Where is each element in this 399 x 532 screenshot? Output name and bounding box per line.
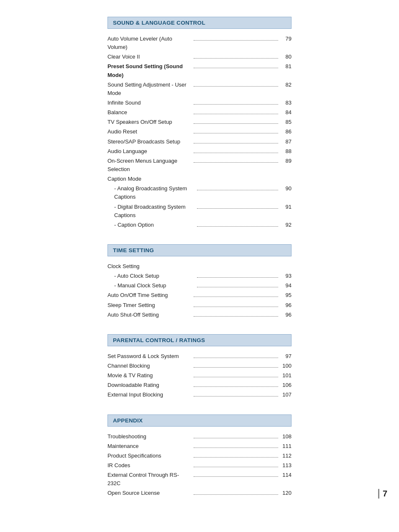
toc-item: Troubleshooting108 xyxy=(107,432,292,441)
toc-item: - Caption Option92 xyxy=(107,221,292,229)
toc-label: Stereo/SAP Broadcasts Setup xyxy=(107,138,192,146)
toc-dots xyxy=(194,476,278,477)
toc-pagenum: 106 xyxy=(280,381,292,389)
toc-dots xyxy=(194,114,278,114)
toc-label: Auto Volume Leveler (Auto Volume) xyxy=(107,35,192,51)
toc-pagenum: 83 xyxy=(280,99,292,107)
toc-label: Set Password & Lock System xyxy=(107,352,192,361)
toc-pagenum: 94 xyxy=(280,281,292,290)
section-appendix: APPENDIXTroubleshooting108Maintenance111… xyxy=(107,414,292,498)
toc-label: Caption Mode xyxy=(107,175,292,183)
toc-dots xyxy=(194,494,278,495)
toc-pagenum: 96 xyxy=(280,301,292,309)
toc-dots xyxy=(194,104,278,105)
toc-label: Sleep Timer Setting xyxy=(107,301,192,309)
toc-pagenum: 86 xyxy=(280,128,292,136)
toc-dots xyxy=(194,386,278,387)
toc-label: Audio Reset xyxy=(107,128,192,136)
toc-pagenum: 112 xyxy=(280,452,292,460)
toc-pagenum: 90 xyxy=(280,184,292,193)
toc-item: - Auto Clock Setup93 xyxy=(107,272,292,280)
section-title-time-setting: TIME SETTING xyxy=(113,247,286,253)
toc-pagenum: 108 xyxy=(280,432,292,441)
toc-dots xyxy=(197,277,278,278)
toc-pagenum: 80 xyxy=(280,53,292,61)
toc-dots xyxy=(194,316,278,317)
toc-dots xyxy=(194,457,278,458)
toc-pagenum: 113 xyxy=(280,461,292,470)
toc-pagenum: 120 xyxy=(280,489,292,497)
toc-dots xyxy=(194,438,278,438)
toc-item: Auto Volume Leveler (Auto Volume)79 xyxy=(107,35,292,51)
toc-dots xyxy=(197,190,278,190)
toc-item: External Control Through RS-232C114 xyxy=(107,471,292,488)
page-container: SOUND & LANGUAGE CONTROLAuto Volume Leve… xyxy=(82,0,317,529)
toc-label: External Control Through RS-232C xyxy=(107,471,192,488)
toc-pagenum: 79 xyxy=(280,35,292,43)
toc-item: Auto On/Off Time Setting95 xyxy=(107,291,292,299)
section-title-sound-language: SOUND & LANGUAGE CONTROL xyxy=(113,20,286,26)
section-title-appendix: APPENDIX xyxy=(113,417,286,424)
toc-pagenum: 88 xyxy=(280,147,292,156)
toc-dots xyxy=(194,448,278,448)
toc-pagenum: 82 xyxy=(280,81,292,89)
section-header-appendix: APPENDIX xyxy=(107,414,292,427)
toc-label: Audio Language xyxy=(107,147,192,156)
toc-pagenum: 93 xyxy=(280,272,292,280)
toc-item: Audio Language88 xyxy=(107,147,292,156)
toc-item: Sound Setting Adjustment - User Mode82 xyxy=(107,81,292,97)
toc-dots xyxy=(194,162,278,163)
toc-dots xyxy=(194,40,278,41)
section-header-time-setting: TIME SETTING xyxy=(107,244,292,256)
toc-label: Troubleshooting xyxy=(107,432,192,441)
toc-item: Auto Shut-Off Setting96 xyxy=(107,311,292,319)
toc-label: On-Screen Menus Language Selection xyxy=(107,157,192,174)
toc-label: Clear Voice II xyxy=(107,53,192,61)
toc-item: Preset Sound Setting (Sound Mode)81 xyxy=(107,62,292,79)
toc-item: - Digital Broadcasting System Captions91 xyxy=(107,203,292,220)
toc-dots xyxy=(194,396,278,396)
toc-label: Movie & TV Rating xyxy=(107,371,192,380)
toc-item: Movie & TV Rating101 xyxy=(107,371,292,380)
toc-item: Downloadable Rating106 xyxy=(107,381,292,389)
toc-label: Product Specifications xyxy=(107,452,192,460)
toc-item: Sleep Timer Setting96 xyxy=(107,301,292,309)
toc-dots xyxy=(194,377,278,377)
toc-item: Stereo/SAP Broadcasts Setup87 xyxy=(107,138,292,146)
section-time-setting: TIME SETTINGClock Setting- Auto Clock Se… xyxy=(107,244,292,319)
page-number: 7 xyxy=(378,489,387,499)
toc-label: - Auto Clock Setup xyxy=(114,272,195,280)
toc-pagenum: 89 xyxy=(280,157,292,165)
toc-item: - Analog Broadcasting System Captions90 xyxy=(107,184,292,201)
toc-item: Balance84 xyxy=(107,108,292,117)
toc-label: Auto Shut-Off Setting xyxy=(107,311,192,319)
toc-dots xyxy=(197,208,278,209)
toc-label: - Manual Clock Setup xyxy=(114,281,195,290)
section-header-sound-language: SOUND & LANGUAGE CONTROL xyxy=(107,17,292,29)
toc-label: Channel Blocking xyxy=(107,362,192,370)
toc-item: Product Specifications112 xyxy=(107,452,292,460)
toc-label: Downloadable Rating xyxy=(107,381,192,389)
toc-dots xyxy=(194,367,278,368)
toc-item: Clock Setting xyxy=(107,262,292,271)
toc-label: - Caption Option xyxy=(114,221,195,229)
toc-item: - Manual Clock Setup94 xyxy=(107,281,292,290)
toc-dots xyxy=(194,68,278,68)
toc-item: On-Screen Menus Language Selection89 xyxy=(107,157,292,174)
toc-dots xyxy=(194,133,278,133)
toc-pagenum: 84 xyxy=(280,108,292,117)
toc-item: Infinite Sound83 xyxy=(107,99,292,107)
toc-pagenum: 101 xyxy=(280,371,292,380)
toc-item: Audio Reset86 xyxy=(107,128,292,136)
toc-label: IR Codes xyxy=(107,461,192,470)
toc-pagenum: 81 xyxy=(280,62,292,71)
section-sound-language: SOUND & LANGUAGE CONTROLAuto Volume Leve… xyxy=(107,17,292,229)
toc-dots xyxy=(194,86,278,87)
toc-label: Balance xyxy=(107,108,192,117)
toc-item: Maintenance111 xyxy=(107,442,292,450)
toc-dots xyxy=(194,123,278,124)
toc-pagenum: 92 xyxy=(280,221,292,229)
toc-item: External Input Blocking107 xyxy=(107,391,292,399)
toc-label: Preset Sound Setting (Sound Mode) xyxy=(107,62,192,79)
toc-item: IR Codes113 xyxy=(107,461,292,470)
